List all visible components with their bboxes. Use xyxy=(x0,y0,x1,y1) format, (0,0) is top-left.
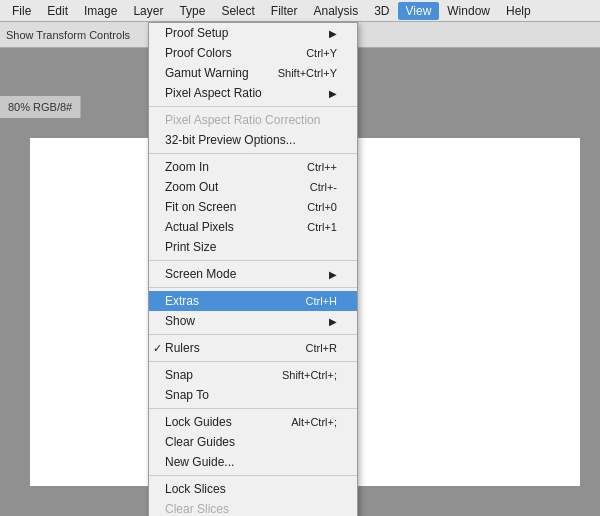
menu-item-label-screen-mode: Screen Mode xyxy=(165,267,236,281)
menu-item-label-zoom-in: Zoom In xyxy=(165,160,209,174)
menu-item-snap[interactable]: SnapShift+Ctrl+; xyxy=(149,365,357,385)
menu-separator-7 xyxy=(149,475,357,476)
menu-select[interactable]: Select xyxy=(213,2,262,20)
menu-item-32bit-preview[interactable]: 32-bit Preview Options... xyxy=(149,130,357,150)
menu-item-label-show: Show xyxy=(165,314,195,328)
menu-item-new-guide[interactable]: New Guide... xyxy=(149,452,357,472)
menu-item-zoom-out[interactable]: Zoom OutCtrl+- xyxy=(149,177,357,197)
shortcut-rulers: Ctrl+R xyxy=(306,342,337,354)
menu-item-proof-setup[interactable]: Proof Setup▶ xyxy=(149,23,357,43)
menu-item-print-size[interactable]: Print Size xyxy=(149,237,357,257)
menu-item-label-actual-pixels: Actual Pixels xyxy=(165,220,234,234)
submenu-arrow-show: ▶ xyxy=(329,316,337,327)
shortcut-zoom-in: Ctrl++ xyxy=(307,161,337,173)
menu-item-label-clear-guides: Clear Guides xyxy=(165,435,235,449)
menu-item-label-pixel-aspect-ratio-correction: Pixel Aspect Ratio Correction xyxy=(165,113,320,127)
menu-item-actual-pixels[interactable]: Actual PixelsCtrl+1 xyxy=(149,217,357,237)
menu-item-label-pixel-aspect-ratio: Pixel Aspect Ratio xyxy=(165,86,262,100)
menu-item-snap-to[interactable]: Snap To xyxy=(149,385,357,405)
shortcut-extras: Ctrl+H xyxy=(306,295,337,307)
menu-help[interactable]: Help xyxy=(498,2,539,20)
menu-image[interactable]: Image xyxy=(76,2,125,20)
menu-item-gamut-warning[interactable]: Gamut WarningShift+Ctrl+Y xyxy=(149,63,357,83)
menu-bar: File Edit Image Layer Type Select Filter… xyxy=(0,0,600,22)
menu-analysis[interactable]: Analysis xyxy=(305,2,366,20)
menu-item-label-new-guide: New Guide... xyxy=(165,455,234,469)
submenu-arrow-screen-mode: ▶ xyxy=(329,269,337,280)
menu-item-zoom-in[interactable]: Zoom InCtrl++ xyxy=(149,157,357,177)
menu-file[interactable]: File xyxy=(4,2,39,20)
menu-filter[interactable]: Filter xyxy=(263,2,306,20)
menu-separator-5 xyxy=(149,361,357,362)
menu-item-screen-mode[interactable]: Screen Mode▶ xyxy=(149,264,357,284)
menu-separator-2 xyxy=(149,260,357,261)
menu-item-label-zoom-out: Zoom Out xyxy=(165,180,218,194)
menu-item-label-rulers: Rulers xyxy=(165,341,200,355)
menu-item-proof-colors[interactable]: Proof ColorsCtrl+Y xyxy=(149,43,357,63)
menu-item-show[interactable]: Show▶ xyxy=(149,311,357,331)
menu-item-clear-guides[interactable]: Clear Guides xyxy=(149,432,357,452)
menu-item-label-print-size: Print Size xyxy=(165,240,216,254)
menu-item-label-snap: Snap xyxy=(165,368,193,382)
menu-item-lock-guides[interactable]: Lock GuidesAlt+Ctrl+; xyxy=(149,412,357,432)
menu-3d[interactable]: 3D xyxy=(366,2,397,20)
menu-item-label-proof-colors: Proof Colors xyxy=(165,46,232,60)
shortcut-zoom-out: Ctrl+- xyxy=(310,181,337,193)
shortcut-lock-guides: Alt+Ctrl+; xyxy=(291,416,337,428)
shortcut-gamut-warning: Shift+Ctrl+Y xyxy=(278,67,337,79)
menu-item-clear-slices: Clear Slices xyxy=(149,499,357,516)
menu-item-label-gamut-warning: Gamut Warning xyxy=(165,66,249,80)
menu-separator-0 xyxy=(149,106,357,107)
menu-item-label-32bit-preview: 32-bit Preview Options... xyxy=(165,133,296,147)
menu-item-label-clear-slices: Clear Slices xyxy=(165,502,229,516)
shortcut-snap: Shift+Ctrl+; xyxy=(282,369,337,381)
menu-separator-3 xyxy=(149,287,357,288)
menu-separator-1 xyxy=(149,153,357,154)
doc-tab[interactable]: 80% RGB/8# xyxy=(0,96,81,118)
menu-item-label-fit-on-screen: Fit on Screen xyxy=(165,200,236,214)
menu-item-pixel-aspect-ratio[interactable]: Pixel Aspect Ratio▶ xyxy=(149,83,357,103)
menu-edit[interactable]: Edit xyxy=(39,2,76,20)
menu-item-label-proof-setup: Proof Setup xyxy=(165,26,228,40)
menu-separator-4 xyxy=(149,334,357,335)
menu-type[interactable]: Type xyxy=(171,2,213,20)
menu-item-label-extras: Extras xyxy=(165,294,199,308)
menu-item-pixel-aspect-ratio-correction: Pixel Aspect Ratio Correction xyxy=(149,110,357,130)
menu-item-extras[interactable]: ExtrasCtrl+H xyxy=(149,291,357,311)
shortcut-fit-on-screen: Ctrl+0 xyxy=(307,201,337,213)
menu-separator-6 xyxy=(149,408,357,409)
menu-item-fit-on-screen[interactable]: Fit on ScreenCtrl+0 xyxy=(149,197,357,217)
shortcut-actual-pixels: Ctrl+1 xyxy=(307,221,337,233)
menu-view[interactable]: View xyxy=(398,2,440,20)
toolbar-label: Show Transform Controls xyxy=(6,29,130,41)
submenu-arrow-pixel-aspect-ratio: ▶ xyxy=(329,88,337,99)
menu-item-rulers[interactable]: ✓RulersCtrl+R xyxy=(149,338,357,358)
menu-item-label-lock-guides: Lock Guides xyxy=(165,415,232,429)
shortcut-proof-colors: Ctrl+Y xyxy=(306,47,337,59)
menu-item-lock-slices[interactable]: Lock Slices xyxy=(149,479,357,499)
menu-item-label-snap-to: Snap To xyxy=(165,388,209,402)
menu-layer[interactable]: Layer xyxy=(125,2,171,20)
submenu-arrow-proof-setup: ▶ xyxy=(329,28,337,39)
menu-item-label-lock-slices: Lock Slices xyxy=(165,482,226,496)
view-dropdown-menu: Proof Setup▶Proof ColorsCtrl+YGamut Warn… xyxy=(148,22,358,516)
menu-window[interactable]: Window xyxy=(439,2,498,20)
